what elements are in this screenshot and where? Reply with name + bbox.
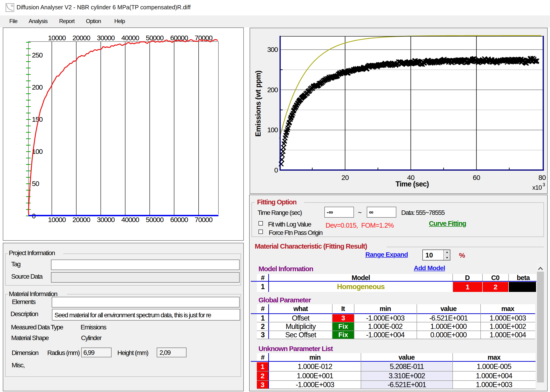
svg-text:200: 200 [267, 86, 278, 94]
svg-text:250: 250 [32, 51, 42, 59]
svg-text:20000: 20000 [72, 216, 90, 224]
svg-text:20: 20 [341, 174, 349, 181]
svg-text:150: 150 [32, 115, 42, 123]
svg-text:70000: 70000 [195, 34, 213, 42]
svg-text:20000: 20000 [72, 34, 90, 42]
svg-text:30000: 30000 [97, 34, 115, 42]
svg-text:50000: 50000 [146, 34, 164, 42]
svg-text:60: 60 [473, 174, 480, 181]
svg-text:10000: 10000 [48, 216, 66, 224]
svg-text:300: 300 [267, 46, 278, 53]
svg-text:50000: 50000 [146, 216, 164, 224]
svg-text:200: 200 [32, 83, 42, 91]
svg-text:40000: 40000 [121, 216, 139, 224]
svg-text:70000: 70000 [195, 216, 213, 224]
svg-text:Emissions (wt ppm): Emissions (wt ppm) [254, 70, 262, 137]
svg-text:40000: 40000 [121, 34, 139, 42]
svg-text:30000: 30000 [97, 216, 115, 224]
svg-text:Time (sec): Time (sec) [396, 180, 429, 188]
svg-text:3: 3 [543, 182, 545, 187]
svg-text:10000: 10000 [48, 34, 66, 42]
svg-text:0: 0 [274, 166, 278, 174]
svg-text:60000: 60000 [170, 216, 188, 224]
svg-text:80: 80 [538, 174, 546, 181]
svg-text:100: 100 [267, 126, 278, 134]
svg-text:50: 50 [32, 180, 39, 187]
svg-text:x10: x10 [532, 184, 542, 191]
